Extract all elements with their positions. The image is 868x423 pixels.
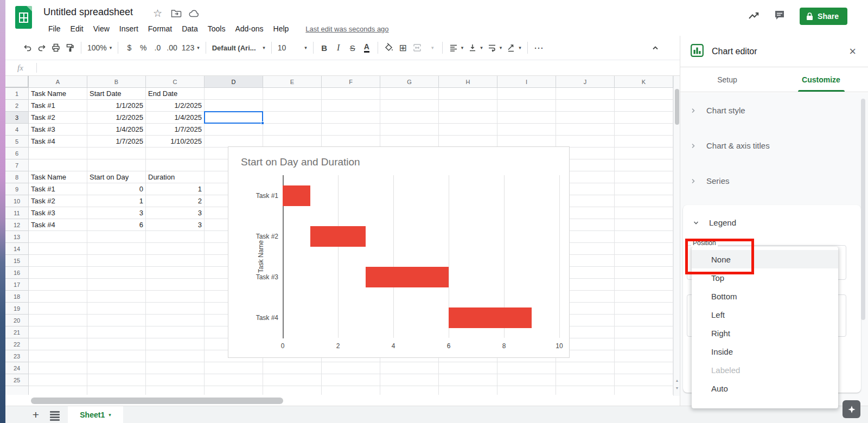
cell-I25[interactable] (497, 374, 556, 386)
menu-item-tools[interactable]: Tools (203, 23, 231, 35)
menu-item-insert[interactable]: Insert (114, 23, 143, 35)
cell-G4[interactable] (380, 124, 439, 136)
cell-F2[interactable] (322, 100, 380, 112)
collapse-toolbar-icon[interactable] (648, 40, 662, 55)
cell-K23[interactable] (615, 350, 673, 362)
row-header-7[interactable]: 7 (5, 159, 29, 171)
cell-C19[interactable] (146, 303, 205, 315)
cell-B5[interactable]: 1/7/2025 (87, 136, 146, 148)
gantt-bar-task1[interactable] (283, 185, 310, 206)
percent-format-button[interactable]: % (136, 40, 150, 55)
row-header-15[interactable]: 15 (5, 255, 29, 267)
cell-A4[interactable]: Task #3 (29, 124, 87, 136)
cloud-saved-icon[interactable] (189, 9, 200, 20)
column-header-F[interactable]: F (322, 76, 380, 88)
document-title[interactable]: Untitled spreadsheet (43, 7, 133, 18)
cell-K4[interactable] (615, 124, 673, 136)
cell-H5[interactable] (439, 136, 497, 148)
cell-B18[interactable] (87, 291, 146, 303)
section-legend[interactable]: Legend (683, 205, 861, 240)
menu-item-format[interactable]: Format (143, 23, 177, 35)
cell-B10[interactable]: 1 (87, 195, 146, 207)
panel-scrollbar[interactable] (861, 99, 865, 320)
text-wrap-button[interactable]: ▾ (485, 40, 505, 55)
print-button[interactable] (49, 40, 63, 55)
cell-B19[interactable] (87, 303, 146, 315)
scroll-down-arrow[interactable]: ▼ (675, 386, 679, 390)
currency-format-button[interactable]: $ (122, 40, 136, 55)
cell-K9[interactable] (615, 183, 673, 195)
cell-J26[interactable] (556, 386, 615, 395)
cell-B24[interactable] (87, 362, 146, 374)
cell-C6[interactable] (146, 148, 205, 159)
cell-F4[interactable] (322, 124, 380, 136)
cell-A26[interactable] (29, 386, 87, 395)
dropdown-option-bottom[interactable]: Bottom (692, 287, 838, 305)
column-header-A[interactable]: A (29, 76, 87, 88)
cell-C4[interactable]: 1/7/2025 (146, 124, 205, 136)
cell-C14[interactable] (146, 243, 205, 255)
cell-C11[interactable]: 3 (146, 207, 205, 219)
cell-K6[interactable] (615, 148, 673, 159)
selected-cell-D3[interactable] (204, 111, 263, 124)
insights-icon[interactable] (748, 9, 760, 23)
cell-C7[interactable] (146, 159, 205, 171)
cell-K18[interactable] (615, 291, 673, 303)
cell-K20[interactable] (615, 315, 673, 326)
cell-K14[interactable] (615, 243, 673, 255)
redo-button[interactable] (35, 40, 49, 55)
row-header-24[interactable]: 24 (5, 362, 29, 374)
column-header-E[interactable]: E (263, 76, 322, 88)
cell-F25[interactable] (322, 374, 380, 386)
cell-B11[interactable]: 3 (87, 207, 146, 219)
cell-F5[interactable] (322, 136, 380, 148)
cell-B4[interactable]: 1/4/2025 (87, 124, 146, 136)
section-chart-style[interactable]: Chart style (680, 93, 868, 128)
row-header-9[interactable]: 9 (5, 183, 29, 195)
row-header-2[interactable]: 2 (5, 100, 29, 112)
cell-B2[interactable]: 1/1/2025 (87, 100, 146, 112)
cell-K16[interactable] (615, 267, 673, 279)
cell-A19[interactable] (29, 303, 87, 315)
section-chart-axis-titles[interactable]: Chart & axis titles (680, 128, 868, 163)
cell-H4[interactable] (439, 124, 497, 136)
row-header-6[interactable]: 6 (5, 148, 29, 159)
row-header-18[interactable]: 18 (5, 291, 29, 303)
cell-I24[interactable] (497, 362, 556, 374)
cell-E1[interactable] (263, 88, 322, 100)
cell-B23[interactable] (87, 350, 146, 362)
last-edit-link[interactable]: Last edit was seconds ago (303, 23, 391, 35)
cell-B25[interactable] (87, 374, 146, 386)
cell-A24[interactable] (29, 362, 87, 374)
cell-B13[interactable] (87, 231, 146, 243)
cell-A2[interactable]: Task #1 (29, 100, 87, 112)
comment-icon[interactable] (774, 9, 786, 23)
cell-G3[interactable] (380, 112, 439, 124)
cell-K19[interactable] (615, 303, 673, 315)
row-header-16[interactable]: 16 (5, 267, 29, 279)
cell-I4[interactable] (497, 124, 556, 136)
cell-H3[interactable] (439, 112, 497, 124)
cell-C10[interactable]: 2 (146, 195, 205, 207)
cell-J5[interactable] (556, 136, 615, 148)
cell-B1[interactable]: Start Date (87, 88, 146, 100)
menu-item-data[interactable]: Data (177, 23, 203, 35)
cell-B8[interactable]: Start on Day (87, 171, 146, 183)
cell-G5[interactable] (380, 136, 439, 148)
cell-A18[interactable] (29, 291, 87, 303)
cell-C20[interactable] (146, 315, 205, 326)
column-header-H[interactable]: H (439, 76, 497, 88)
row-header-22[interactable]: 22 (5, 338, 29, 350)
cell-D2[interactable] (205, 100, 263, 112)
italic-button[interactable]: I (331, 40, 346, 55)
cell-A13[interactable] (29, 231, 87, 243)
menu-item-help[interactable]: Help (269, 23, 294, 35)
cell-F1[interactable] (322, 88, 380, 100)
cell-C16[interactable] (146, 267, 205, 279)
menu-item-addons[interactable]: Add-ons (230, 23, 268, 35)
cell-C26[interactable] (146, 386, 205, 395)
row-header-10[interactable]: 10 (5, 195, 29, 207)
scroll-up-arrow[interactable]: ▲ (675, 379, 679, 382)
row-header-20[interactable]: 20 (5, 315, 29, 326)
dropdown-option-inside[interactable]: Inside (692, 342, 838, 361)
